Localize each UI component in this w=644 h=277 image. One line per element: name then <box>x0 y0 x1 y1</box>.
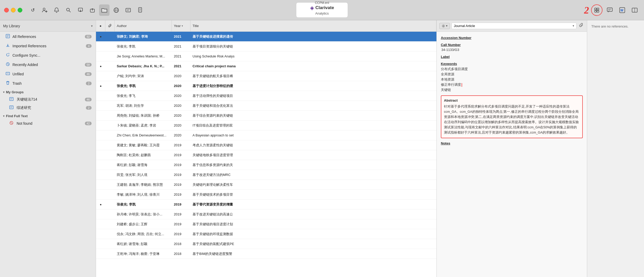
col-header-dot[interactable]: ● <box>96 20 105 31</box>
row-year: 2020 <box>172 133 190 137</box>
keyword-5[interactable]: 关键链 <box>441 88 583 92</box>
row-dot: ○ <box>96 114 105 117</box>
table-row[interactable]: ○ 孙月峰; 许明昊; 张表志; 张小... 2019 基于改进关键链法的高速公 <box>96 209 436 219</box>
row-title: 基于综合资源约束的关键链 <box>190 113 436 118</box>
abstract-text[interactable]: 针对基于多代理系统求解分布式多项目调度问题的不足,开发了一种适应性的遗传算法cc… <box>444 104 580 135</box>
sidebar-item-trash[interactable]: Trash 2 <box>1 79 95 88</box>
table-row[interactable]: ○ 王建朝; 袁逸萍; 李晓娟; 熊宗慧 2019 关键链约束理论解决柔性车 <box>96 180 436 190</box>
keyword-1[interactable]: 分布式多项目调度 <box>441 67 583 71</box>
import-button[interactable] <box>75 4 86 16</box>
fullscreen-button[interactable] <box>18 8 22 12</box>
svg-rect-37 <box>10 97 13 101</box>
table-row[interactable]: ○ 周尧尧; 刘猛锐; 朱训国; 孙桥 2020 基于综合资源约束的关键链 <box>96 111 436 121</box>
word-button[interactable]: W <box>617 4 627 16</box>
keyword-2[interactable]: 全局资源 <box>441 72 583 77</box>
table-row[interactable]: ○ Zhi Chen; Erik Demeuleemeest... 2020 A… <box>96 130 436 140</box>
window-title: CCPM.enl <box>315 1 329 5</box>
row-year: 2019 <box>172 222 190 226</box>
table-row[interactable]: ○ 王乾坤; 冯海洋; 杨蕾; 于亚琳 2018 基于BIM的关键链进度预警 <box>96 249 436 259</box>
table-row[interactable]: ○ 蒋红妍; 谢雪海; 彭颖 2018 基于关键链的装配式建筑PE <box>96 239 436 249</box>
overview-group-count: 2 <box>86 106 92 110</box>
table-row[interactable]: ○ 倪永; 冯文静; 周强; 吕欣; 何立... 2019 基于关键链的环境监测… <box>96 229 436 239</box>
find-full-text-header[interactable]: ▾ Find Full Text <box>0 112 96 119</box>
svg-rect-21 <box>595 10 597 12</box>
svg-rect-12 <box>126 8 131 12</box>
sidebar-item-imported-references[interactable]: Imported References 4 <box>1 41 95 50</box>
comment-button[interactable] <box>605 4 615 16</box>
row-author: 卜朱镇; 梁晓蓓; 孟虎; 李岩 <box>115 123 172 128</box>
table-row[interactable]: ○ 蒋红妍; 彭颖; 谢雪海 2019 基于信息和多资源约束的关 <box>96 160 436 170</box>
table-row[interactable]: ● Sarkar Debasis; Jha K. N.; P... 2021 C… <box>96 61 436 71</box>
detail-gear-button[interactable]: ▾ <box>439 23 450 29</box>
abstract-section: Abstract 针对基于多代理系统求解分布式多项目调度问题的不足,开发了一种适… <box>441 95 583 138</box>
sidebar-header[interactable]: My Library ▾ <box>0 20 96 32</box>
sidebar-item-recently-added[interactable]: Recently Added 58 <box>1 60 95 69</box>
layout-button[interactable] <box>591 4 602 16</box>
row-author: 王建朝; 袁逸萍; 李晓娟; 熊宗慧 <box>115 182 172 187</box>
row-author: Jie Song; Annelies Martens; M... <box>115 54 172 58</box>
table-row[interactable]: ○ 陶刚言; 杜昊炜; 赵鹏翡 2019 关键链地铁多项目进度管理 <box>96 150 436 160</box>
table-body: ● 张静文; 刘婉君; 李琦 2021 基于关键链改进搜索的遗传 ○ 张俊光; … <box>96 32 436 277</box>
export-button[interactable] <box>87 4 98 16</box>
minimize-button[interactable] <box>11 8 16 12</box>
call-number-value[interactable]: 34-1133/G3 <box>441 48 583 52</box>
col-header-author[interactable]: Author <box>115 20 172 31</box>
table-row[interactable]: ○ Jie Song; Annelies Martens; M... 2021 … <box>96 51 436 61</box>
sidebar-item-unfiled[interactable]: Unfiled 46 <box>1 69 95 78</box>
search-references-button[interactable] <box>63 4 74 16</box>
my-groups-header[interactable]: ▾ My Groups <box>0 88 96 95</box>
table-row[interactable]: ○ 卜朱镇; 梁晓蓓; 孟虎; 李岩 2020 IT项目组合及进度管理的双 <box>96 121 436 130</box>
table-row[interactable]: ● 张俊光; 李凯 2020 基于进度计划分形特征的缓 <box>96 81 436 91</box>
detail-attach-button[interactable] <box>578 22 584 30</box>
table-row[interactable]: ● 张俊光; 李凯 2019 基于替代资源变异度的增量 <box>96 200 436 209</box>
table-row[interactable]: ○ 户鲲; 刘均华; 宋涛 2020 基于关键链的航天多项目稀 <box>96 71 436 81</box>
sidebar-item-all-references[interactable]: All References 92 <box>1 32 95 41</box>
close-button[interactable] <box>4 8 9 12</box>
reference-type-select[interactable]: Journal Article ▾ <box>451 23 577 29</box>
content-area: ● Author Year ▾ Title ● 张静文; 刘婉君; 李琦 <box>96 20 436 277</box>
table-row[interactable]: ○ 田旻; 张光军; 刘人境 2019 基于改进关键方法的MRC <box>96 170 436 180</box>
sidebar-item-keywords-group[interactable]: 关键链法714 46 <box>1 95 95 103</box>
row-dot: ● <box>96 64 105 68</box>
attach-file-button[interactable] <box>135 4 145 16</box>
sort-icon: ▾ <box>182 24 183 27</box>
notification-button[interactable] <box>51 4 62 16</box>
row-title: 基于关键链的环境监测数据 <box>190 232 436 236</box>
clarivate-sub: Analytics <box>315 11 329 15</box>
table-row[interactable]: ○ 巩军; 胡涛; 刘生学 2020 基于关键链和混合优化算法 <box>96 101 436 111</box>
toolbar-icons: ↺ <box>28 4 145 16</box>
col-header-year[interactable]: Year ▾ <box>172 20 190 31</box>
table-row[interactable]: ○ 李敏; 姚泽坤; 刘人境; 徐青川 2019 基于关键链技术的多项目管 <box>96 190 436 200</box>
folder-button[interactable] <box>99 4 109 16</box>
row-author: 张俊光; 李凯 <box>115 44 172 49</box>
cursor-line <box>462 83 462 87</box>
sidebar-item-overview-group[interactable]: 综述研究 2 <box>1 104 95 112</box>
keyword-3[interactable]: 本地资源 <box>441 77 583 82</box>
dot-marker: ○ <box>100 123 102 127</box>
online-search-button[interactable] <box>123 4 133 16</box>
table-row[interactable]: ● 张静文; 刘婉君; 李琦 2021 基于关键链改进搜索的遗传 <box>96 32 436 42</box>
sidebar-item-not-found[interactable]: Not found 42 <box>1 119 95 127</box>
row-year: 2019 <box>172 173 190 177</box>
svg-rect-40 <box>10 106 13 109</box>
reference-type-label: Journal Article <box>454 24 475 28</box>
add-user-button[interactable] <box>39 4 50 16</box>
label-field-label: Label <box>441 55 583 59</box>
table-row[interactable]: ○ 刘建桥; 盛步云; 王辉 2019 基于关键链的项目进度计划 <box>96 219 436 229</box>
my-library-label: My Library <box>3 24 20 28</box>
table-row[interactable]: ○ 黄建文; 黄敏; 廖再毅; 王兴霞 2019 考虑人力资源柔性的关键链 <box>96 140 436 150</box>
col-header-clip[interactable] <box>105 20 115 31</box>
panel-toggle-button[interactable] <box>629 4 640 16</box>
sidebar-item-configure-sync[interactable]: Configure Sync... <box>1 51 95 60</box>
web-button[interactable] <box>111 4 121 16</box>
refresh-button[interactable]: ↺ <box>28 4 38 16</box>
table-row[interactable]: ○ 张俊光; 李凯 2021 基于项目资源细分的关键链 <box>96 42 436 51</box>
badge-number: 2 <box>584 4 589 16</box>
all-references-icon <box>5 34 10 39</box>
col-header-title[interactable]: Title <box>190 20 436 31</box>
table-row[interactable]: ○ 张俊光; 李飞 2020 基于活动弹性的关键链项目 <box>96 91 436 101</box>
row-author: 倪永; 冯文静; 周强; 吕欣; 何立... <box>115 232 172 236</box>
notes-label: Notes <box>441 141 583 145</box>
keyword-4[interactable]: 修正串行调度 <box>441 82 583 87</box>
trash-count: 2 <box>86 82 92 85</box>
